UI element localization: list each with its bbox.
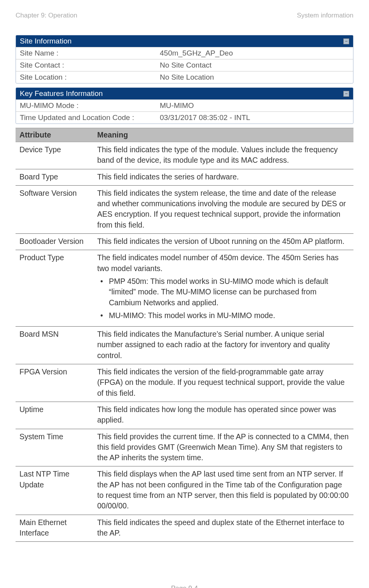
row-label: Time Updated and Location Code :	[16, 112, 156, 124]
attr-name: Bootloader Version	[16, 234, 93, 250]
row-label: Site Contact :	[16, 59, 156, 71]
attr-meaning: This field indicates the version of the …	[93, 364, 353, 402]
site-name-row: Site Name : 450m_5GHz_AP_Deo	[16, 47, 353, 59]
bullet-text: MU-MIMO: This model works in MU-MIMO mod…	[109, 310, 350, 321]
bullet-icon: •	[97, 276, 109, 308]
attr-name: Device Type	[16, 142, 93, 169]
collapse-icon[interactable]: −	[343, 91, 349, 97]
site-information-panel: Site Information − Site Name : 450m_5GHz…	[16, 35, 353, 84]
site-contact-row: Site Contact : No Site Contact	[16, 59, 353, 71]
row-value: No Site Location	[156, 71, 353, 83]
attr-meaning-product: The field indicates model number of 450m…	[93, 250, 353, 327]
key-features-panel: Key Features Information − MU-MIMO Mode …	[16, 87, 353, 124]
page-number: Page 9-4	[171, 585, 198, 588]
attr-meaning: This field displays when the AP last use…	[93, 466, 353, 515]
attr-name: Main Ethernet Interface	[16, 515, 93, 542]
page-header: Chapter 9: Operation System information	[16, 12, 353, 19]
table-row: Product Type The field indicates model n…	[16, 250, 353, 327]
attr-name: Product Type	[16, 250, 93, 327]
attr-meaning: This field indicates the speed and duple…	[93, 515, 353, 542]
collapse-icon[interactable]: −	[343, 38, 349, 44]
column-meaning: Meaning	[93, 128, 353, 142]
table-row: Uptime This field indicates how long the…	[16, 402, 353, 429]
attr-name: Uptime	[16, 402, 93, 429]
product-intro: The field indicates model number of 450m…	[97, 252, 350, 274]
table-row: Bootloader Version This field indicates …	[16, 234, 353, 250]
attr-meaning: This field indicates the system release,…	[93, 185, 353, 233]
table-row: Board MSN This field indicates the Manuf…	[16, 327, 353, 364]
panel-title: Site Information	[20, 37, 72, 45]
time-location-row: Time Updated and Location Code : 03/31/2…	[16, 111, 353, 124]
row-value: MU-MIMO	[156, 100, 353, 111]
attr-name: Software Version	[16, 185, 93, 233]
attr-meaning: This field indicates the version of Uboo…	[93, 234, 353, 250]
table-row: Device Type This field indicates the typ…	[16, 142, 353, 169]
section-label: System information	[297, 12, 354, 19]
attr-meaning: This field indicates how long the module…	[93, 402, 353, 429]
attr-meaning: This field provides the current time. If…	[93, 429, 353, 466]
attr-name: System Time	[16, 429, 93, 466]
row-value: 03/31/2017 08:35:02 - INTL	[156, 112, 353, 124]
table-row: System Time This field provides the curr…	[16, 429, 353, 466]
attr-meaning: This field indicates the type of the mod…	[93, 142, 353, 169]
row-label: Site Location :	[16, 71, 156, 83]
chapter-label: Chapter 9: Operation	[16, 12, 77, 19]
table-row: Board Type This field indicates the seri…	[16, 169, 353, 185]
table-row: FPGA Version This field indicates the ve…	[16, 364, 353, 402]
attr-name: Board MSN	[16, 327, 93, 364]
site-information-header: Site Information −	[16, 35, 353, 47]
list-item: • PMP 450m: This model works in SU-MIMO …	[97, 276, 350, 308]
attr-name: Board Type	[16, 169, 93, 185]
table-row: Main Ethernet Interface This field indic…	[16, 515, 353, 542]
attribute-table: Attribute Meaning Device Type This field…	[16, 128, 353, 542]
page-footer: Page 9-4	[16, 585, 353, 588]
column-attribute: Attribute	[16, 128, 93, 142]
mu-mimo-row: MU-MIMO Mode : MU-MIMO	[16, 99, 353, 111]
attr-meaning: This field indicates the Manufacture’s S…	[93, 327, 353, 364]
list-item: • MU-MIMO: This model works in MU-MIMO m…	[97, 310, 350, 321]
bullet-list: • PMP 450m: This model works in SU-MIMO …	[97, 276, 350, 321]
table-row: Software Version This field indicates th…	[16, 185, 353, 233]
row-value: 450m_5GHz_AP_Deo	[156, 47, 353, 59]
attr-name: FPGA Version	[16, 364, 93, 402]
key-features-header: Key Features Information −	[16, 88, 353, 99]
row-value: No Site Contact	[156, 59, 353, 71]
attr-name: Last NTP Time Update	[16, 466, 93, 515]
row-label: Site Name :	[16, 47, 156, 59]
site-location-row: Site Location : No Site Location	[16, 71, 353, 83]
panel-title: Key Features Information	[20, 89, 103, 98]
row-label: MU-MIMO Mode :	[16, 100, 156, 111]
attr-meaning: This field indicates the series of hardw…	[93, 169, 353, 185]
bullet-icon: •	[97, 310, 109, 321]
bullet-text: PMP 450m: This model works in SU-MIMO mo…	[109, 276, 350, 308]
table-row: Last NTP Time Update This field displays…	[16, 466, 353, 515]
table-header-row: Attribute Meaning	[16, 128, 353, 142]
